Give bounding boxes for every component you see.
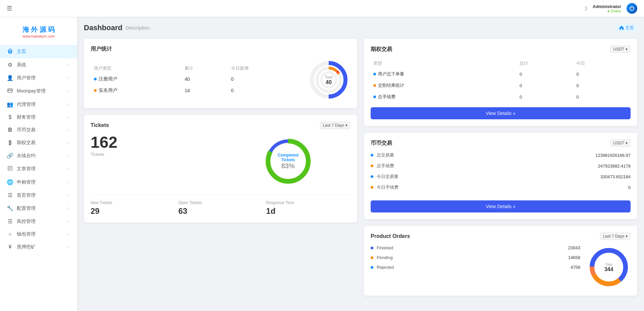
page-title: Dashboard	[84, 23, 122, 32]
right-column: 期权交易 USDT ▾ 类型 总计 今日	[364, 39, 637, 296]
futures-trading-table: 类型 总计 今日 用户总下单量	[371, 58, 631, 103]
col-type: 用户类型	[91, 63, 181, 73]
ft-dot-2	[373, 84, 376, 87]
menu-toggle[interactable]: ☰	[7, 5, 12, 12]
futures-trading-card: 期权交易 USDT ▾ 类型 总计 今日	[364, 39, 637, 126]
chevron-right-icon-4: ﹤	[66, 102, 70, 107]
user-stats-table: 用户类型 累计 今日新增 注册	[91, 63, 300, 96]
chevron-right-icon-12: ﹤	[66, 205, 70, 211]
futures-filter[interactable]: USDT ▾	[610, 46, 631, 53]
sidebar-item-risk[interactable]: ☰ 风控管理 ﹤	[0, 215, 77, 228]
dropdown-icon-4: ▾	[626, 234, 628, 239]
currency-dot-4	[371, 186, 373, 189]
stat-new-tickets: New Tickets 29	[91, 200, 175, 216]
sidebar-item-mining[interactable]: ¥ 质押挖矿 ﹤	[0, 241, 77, 253]
sidebar-item-agent[interactable]: 👥 代理管理 ﹤	[0, 98, 77, 111]
user-donut-chart: Total 40	[307, 58, 351, 102]
sidebar-item-futures[interactable]: ₿ 期权交易 ﹤	[0, 136, 77, 149]
tickets-filter[interactable]: Last 7 Days ▾	[320, 122, 351, 129]
svg-point-14	[336, 71, 339, 73]
user-stats-title: 用户统计	[91, 46, 112, 53]
sidebar-item-config[interactable]: 🔧 配置管理 ﹤	[0, 202, 77, 215]
futures-view-details-button[interactable]: View Details »	[371, 107, 631, 119]
sidebar-item-perpetual[interactable]: 🔗 永续合约 ﹤	[0, 149, 77, 162]
currency-filter[interactable]: USDT ▾	[610, 139, 631, 147]
system-icon: ⚙	[7, 62, 13, 68]
svg-text:Total: Total	[325, 75, 332, 79]
sidebar-item-article[interactable]: 文章管理 ﹤	[0, 162, 77, 176]
chevron-right-icon-6: ﹤	[66, 127, 70, 133]
ft-col-total: 总计	[517, 58, 574, 68]
ipo-icon: 🌐	[7, 179, 13, 185]
sidebar-item-home[interactable]: 主页	[0, 45, 77, 58]
user-today-2: 0	[228, 85, 300, 96]
home-breadcrumb[interactable]: 主页	[616, 23, 637, 32]
sidebar-label-homepage: 首页管理	[17, 192, 36, 198]
sidebar-item-system[interactable]: ⚙ 系统 ﹤	[0, 58, 77, 71]
response-time-label: Response Time	[266, 200, 351, 205]
user-type-dot-1	[94, 78, 97, 80]
sidebar-item-homepage[interactable]: ☰ 首页管理 ﹤	[0, 189, 77, 202]
finance-icon: $	[7, 114, 13, 120]
open-tickets-value: 63	[178, 206, 263, 216]
col-total: 累计	[181, 63, 227, 73]
currency-value-1: 123981926166.97	[595, 153, 631, 158]
currency-trading-card: 币币交易 USDT ▾ 总交易量 123981926166.97 总手续费	[364, 133, 637, 219]
product-orders-content: Finished 23043 Pending 14658 Rejected	[371, 245, 631, 289]
table-row: 注册用户 40 0	[91, 73, 300, 85]
sidebar-item-ipo[interactable]: 🌐 申购管理 ﹤	[0, 176, 77, 189]
dashboard-grid: 用户统计 用户类型 累计 今日新增	[84, 39, 637, 296]
new-tickets-label: New Tickets	[91, 200, 175, 205]
home-icon	[7, 48, 13, 55]
wallet-icon: ○	[7, 231, 13, 237]
product-orders-filter[interactable]: Last 7 Days ▾	[600, 233, 631, 240]
logo-area: 海 外 源 码 www.haiwaiym.com	[0, 20, 77, 45]
chevron-right-icon-8: ﹤	[66, 153, 70, 159]
user-type-dot-2	[94, 89, 97, 92]
chevron-right-icon-13: ﹤	[66, 219, 70, 224]
svg-rect-1	[8, 51, 10, 54]
ft-dot-1	[373, 73, 376, 75]
theme-toggle[interactable]: ☽	[583, 5, 587, 12]
stat-open-tickets: Open Tickets 63	[178, 200, 263, 216]
currency-label-4: 今日手续费	[377, 184, 625, 190]
sidebar-label-moonpay: Moonpay管理	[17, 88, 46, 94]
dropdown-icon-3: ▾	[626, 141, 628, 145]
homepage-icon: ☰	[7, 192, 13, 198]
sidebar-item-coin[interactable]: B 币币交易 ﹤	[0, 124, 77, 136]
perpetual-icon: 🔗	[7, 152, 13, 159]
chevron-right-icon-7: ﹤	[66, 140, 70, 146]
currency-value-3: 330473.652184	[600, 174, 631, 179]
currency-view-details-button[interactable]: View Details »	[371, 200, 631, 212]
order-dot-1	[371, 247, 373, 249]
sidebar-item-user-mgmt[interactable]: 👤 用户管理 ﹤	[0, 71, 77, 84]
currency-item-3: 今日交易量 330473.652184	[371, 174, 631, 180]
currency-trading-title: 币币交易	[371, 140, 392, 147]
sidebar-item-finance[interactable]: $ 财务管理 ﹤	[0, 111, 77, 124]
ft-col-today: 今日	[574, 58, 631, 68]
sidebar-item-wallet[interactable]: ○ 钱包管理 ﹤	[0, 228, 77, 241]
sidebar-label-wallet: 钱包管理	[17, 231, 36, 237]
sidebar-label-risk: 风控管理	[17, 219, 36, 225]
sidebar-label-article: 文章管理	[17, 166, 36, 172]
ft-type-1: 用户总下单量	[378, 71, 404, 77]
user-type-1: 注册用户	[99, 76, 117, 82]
order-value-2: 14658	[568, 255, 580, 260]
product-orders-card: Product Orders Last 7 Days ▾ Finished 23…	[364, 226, 637, 296]
coin-icon: B	[7, 127, 13, 133]
currency-dot-2	[371, 165, 373, 167]
order-items: Finished 23043 Pending 14658 Rejected	[371, 245, 580, 270]
dropdown-icon: ▾	[345, 123, 347, 128]
power-button[interactable]	[627, 3, 637, 14]
agent-icon: 👥	[7, 101, 13, 108]
left-column: 用户统计 用户类型 累计 今日新增	[84, 39, 357, 296]
sidebar-item-moonpay[interactable]: Moonpay管理 ﹤	[0, 84, 77, 98]
product-orders-title: Product Orders	[371, 233, 410, 239]
table-row: 用户总下单量 0 0	[371, 68, 631, 80]
completed-label: Completed Tickets	[275, 153, 302, 162]
sidebar-label-agent: 代理管理	[17, 102, 36, 108]
sidebar-label-perpetual: 永续合约	[17, 153, 36, 159]
currency-value-2: 247923882.4178	[598, 164, 631, 169]
sidebar-label-futures: 期权交易	[17, 140, 36, 146]
ft-today-2: 0	[574, 80, 631, 91]
